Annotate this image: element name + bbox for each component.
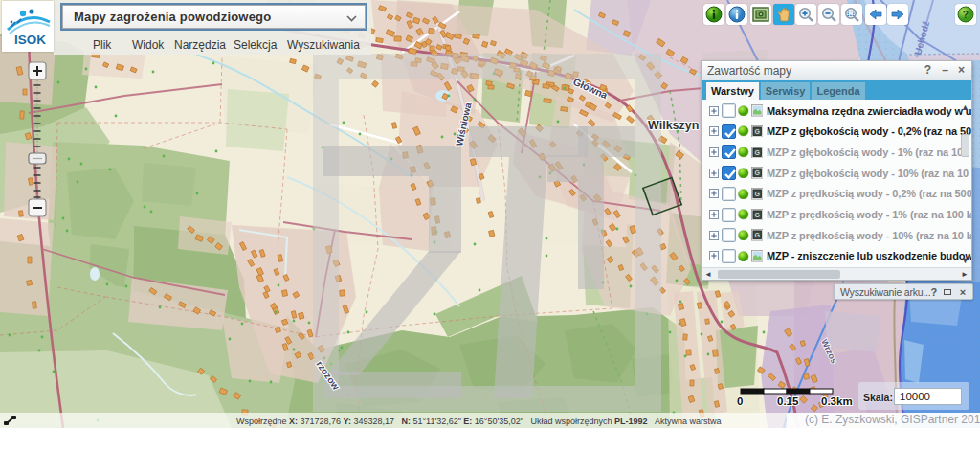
svg-text:0.15: 0.15 bbox=[777, 396, 799, 407]
svg-text:?: ? bbox=[963, 9, 969, 20]
svg-text:G: G bbox=[754, 191, 760, 197]
svg-text:0.3km: 0.3km bbox=[821, 396, 853, 407]
svg-text:G: G bbox=[754, 232, 760, 238]
svg-text:Wilkszyn: Wilkszyn bbox=[648, 119, 699, 132]
svg-text:G: G bbox=[754, 149, 760, 156]
svg-text:0: 0 bbox=[737, 396, 743, 407]
svg-text:G: G bbox=[754, 170, 760, 176]
svg-text:G: G bbox=[754, 128, 760, 135]
svg-text:G: G bbox=[754, 212, 760, 218]
